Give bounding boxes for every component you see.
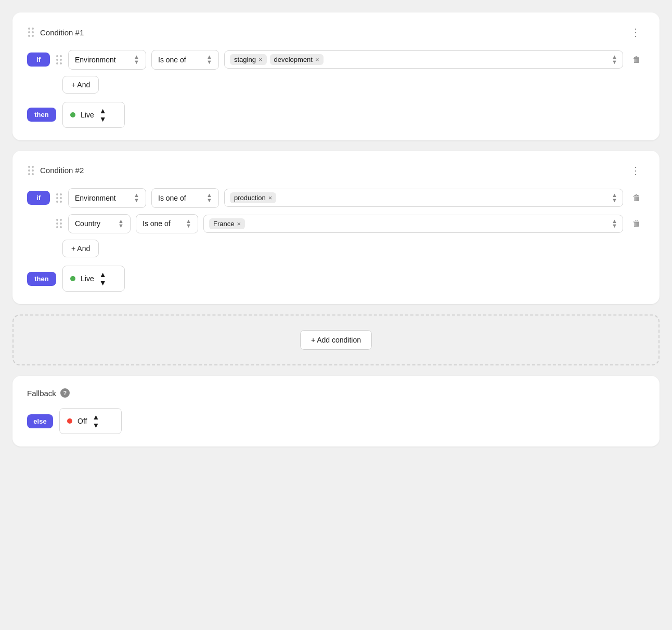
c2-operator-chevron-icon: ▲▼: [206, 193, 212, 203]
condition-2-tags-field[interactable]: production × ▲▼: [224, 189, 623, 207]
tag-staging-close[interactable]: ×: [259, 56, 263, 63]
condition-2-row2-delete-button[interactable]: 🗑: [628, 216, 645, 231]
c2-then-chevron-icon: ▲▼: [99, 270, 107, 287]
fallback-else-badge: else: [27, 414, 53, 428]
condition-1-row-drag[interactable]: [55, 54, 63, 65]
condition-2-field-select[interactable]: Environment ▲▼: [68, 188, 146, 208]
c2-country-operator-chevron-icon: ▲▼: [186, 219, 191, 229]
condition-2-title: Condition #2: [40, 166, 84, 175]
condition-2-country-operator-select[interactable]: Is one of ▲▼: [136, 214, 198, 234]
condition-2-country-select[interactable]: Country ▲▼: [68, 214, 131, 234]
condition-1-if-badge: if: [27, 52, 50, 67]
tag-production-close[interactable]: ×: [268, 194, 273, 201]
tag-development: development ×: [270, 54, 324, 65]
field-chevron-icon: ▲▼: [134, 55, 139, 65]
condition-2-operator-select[interactable]: Is one of ▲▼: [151, 188, 219, 208]
condition-2-live-dot: [70, 276, 75, 281]
condition-2-country-tags-field[interactable]: France × ▲▼: [203, 215, 623, 233]
condition-2-then-badge: then: [27, 272, 56, 286]
condition-1-title: Condition #1: [40, 28, 84, 37]
condition-2-card: Condition #2 ⋮ if Environment ▲▼ Is one …: [12, 151, 660, 305]
condition-2-if-row: if Environment ▲▼ Is one of ▲▼ productio…: [27, 188, 645, 208]
condition-1-then-select[interactable]: Live ▲▼: [62, 102, 125, 128]
fallback-off-dot: [67, 418, 72, 424]
tag-france: France ×: [209, 218, 245, 229]
add-condition-button[interactable]: + Add condition: [300, 330, 372, 350]
c2-tags-chevron-icon: ▲▼: [612, 193, 617, 203]
condition-2-then-select[interactable]: Live ▲▼: [62, 266, 125, 292]
condition-2-then-row: then Live ▲▼: [27, 266, 645, 292]
then-chevron-icon: ▲▼: [99, 107, 107, 123]
condition-1-more-button[interactable]: ⋮: [626, 25, 645, 40]
fallback-value-select[interactable]: Off ▲▼: [59, 408, 122, 434]
condition-2-more-button[interactable]: ⋮: [626, 163, 645, 178]
condition-1-if-row: if Environment ▲▼ Is one of ▲▼ staging ×…: [27, 50, 645, 70]
tag-production: production ×: [230, 192, 276, 203]
condition-2-title-row: Condition #2: [27, 165, 84, 176]
c2-country-tags-chevron-icon: ▲▼: [612, 219, 617, 229]
fallback-help-icon[interactable]: ?: [60, 388, 70, 398]
c2-field-chevron-icon: ▲▼: [134, 193, 139, 203]
condition-1-operator-select[interactable]: Is one of ▲▼: [151, 50, 219, 70]
fallback-card: Fallback ? else Off ▲▼: [12, 376, 660, 447]
condition-1-card: Condition #1 ⋮ if Environment ▲▼ Is one …: [12, 12, 660, 140]
condition-1-then-row: then Live ▲▼: [27, 102, 645, 128]
condition-1-and-button[interactable]: + And: [62, 76, 99, 94]
condition-2-row1-drag[interactable]: [55, 192, 63, 204]
condition-2-country-tags-inner: France ×: [209, 218, 608, 229]
fallback-else-row: else Off ▲▼: [27, 408, 645, 434]
fallback-chevron-icon: ▲▼: [92, 413, 99, 429]
tags-chevron-icon: ▲▼: [612, 55, 617, 65]
condition-2-country-row: Country ▲▼ Is one of ▲▼ France × ▲▼ 🗑: [55, 214, 645, 234]
condition-2-if-badge: if: [27, 191, 50, 205]
operator-chevron-icon: ▲▼: [206, 55, 212, 65]
tag-staging: staging ×: [230, 54, 267, 65]
c2-country-chevron-icon: ▲▼: [118, 219, 124, 229]
tag-development-close[interactable]: ×: [315, 56, 319, 63]
condition-1-title-row: Condition #1: [27, 27, 84, 38]
condition-2-and-button[interactable]: + And: [62, 240, 99, 257]
fallback-header: Fallback ?: [27, 388, 645, 398]
condition-1-then-badge: then: [27, 108, 56, 122]
drag-handle-1[interactable]: [27, 27, 35, 38]
tag-france-close[interactable]: ×: [237, 220, 241, 227]
condition-2-tags-inner: production ×: [230, 192, 608, 203]
add-condition-container: + Add condition: [12, 314, 660, 365]
condition-2-row1-delete-button[interactable]: 🗑: [628, 190, 645, 206]
condition-1-live-dot: [70, 112, 75, 117]
drag-handle-2[interactable]: [27, 165, 35, 176]
condition-1-header: Condition #1 ⋮: [27, 25, 645, 40]
condition-1-field-select[interactable]: Environment ▲▼: [68, 50, 146, 70]
fallback-title: Fallback: [27, 389, 56, 398]
condition-2-row2-drag[interactable]: [55, 218, 63, 229]
condition-1-tags-inner: staging × development ×: [230, 54, 608, 65]
condition-1-tags-field[interactable]: staging × development × ▲▼: [224, 50, 623, 69]
condition-2-header: Condition #2 ⋮: [27, 163, 645, 178]
condition-1-delete-button[interactable]: 🗑: [628, 52, 645, 68]
